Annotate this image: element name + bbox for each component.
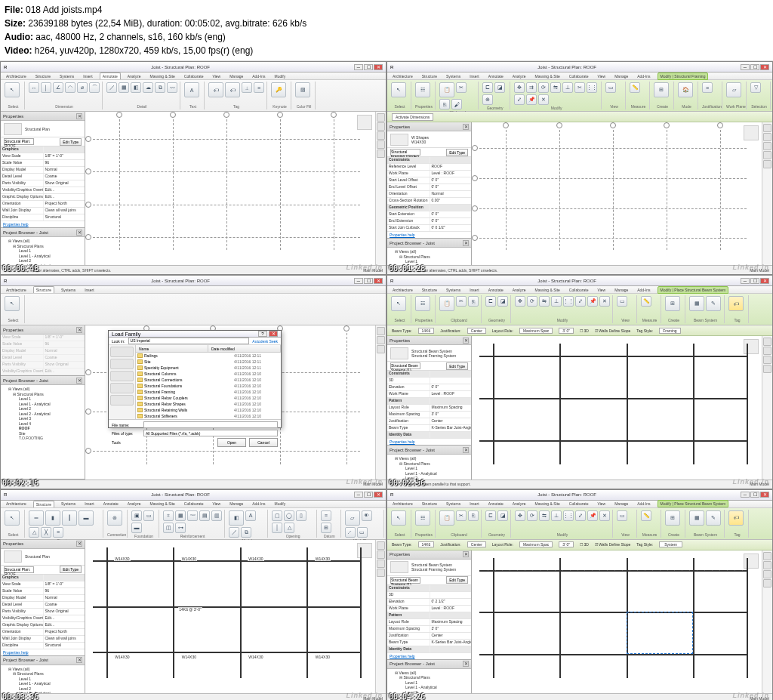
beam-annot-icon[interactable]: ⟂ — [242, 82, 252, 93]
folder-row[interactable]: Structural Connections4/11/2016 12:10 — [136, 377, 281, 383]
activate-dimensions-button[interactable]: Activate Dimensions — [392, 113, 433, 121]
close-button[interactable]: ✕ — [374, 64, 383, 70]
drawing-canvas[interactable]: Load Family?✕ Look in: US Imperial Autod… — [85, 325, 375, 479]
prop-value[interactable]: Coarse — [43, 174, 85, 180]
folder-row[interactable]: Structural Foundations4/11/2016 12:10 — [136, 383, 281, 389]
folder-row[interactable]: Structural Columns4/11/2016 12:10 — [136, 371, 281, 377]
prop-value[interactable]: Level : ROOF — [430, 391, 472, 397]
places-bar[interactable] — [109, 345, 136, 419]
ref-plane-icon[interactable]: ⟋ — [345, 527, 356, 538]
paste-icon[interactable]: 📋 — [439, 82, 454, 97]
angular-icon[interactable]: ∠ — [53, 82, 63, 93]
prop-value[interactable]: Edit... — [43, 622, 85, 628]
prop-value[interactable]: Normal — [43, 595, 85, 601]
prop-value[interactable]: Normal — [43, 167, 85, 173]
tab-massing[interactable]: Massing & Site — [148, 73, 177, 79]
isolated-icon[interactable]: ▣ — [131, 510, 142, 521]
prop-value[interactable]: 1/8" = 1'-0" — [43, 581, 85, 587]
properties-icon[interactable]: ☷ — [415, 82, 430, 97]
level-icon[interactable]: ≡ — [321, 510, 331, 521]
prop-value[interactable] — [430, 378, 472, 384]
tab-systems[interactable]: Systems — [57, 73, 76, 79]
beam-system-icon[interactable]: ≡ — [53, 527, 63, 538]
truss-icon[interactable]: △ — [29, 527, 39, 538]
tab-insert[interactable]: Insert — [81, 73, 95, 79]
drawing-canvas[interactable] — [472, 550, 762, 693]
close-panel-icon[interactable]: ✕ — [76, 230, 82, 236]
rotate-icon[interactable]: ⟳ — [538, 82, 549, 93]
prop-value[interactable]: Show Original — [43, 609, 85, 615]
delete-icon[interactable]: ✕ — [538, 94, 549, 105]
prop-value[interactable]: Coarse — [43, 602, 85, 608]
move-icon[interactable]: ✥ — [514, 82, 525, 93]
tab-architecture[interactable]: Architecture — [4, 73, 29, 79]
prop-value[interactable]: Normal — [43, 348, 85, 354]
filter-icon[interactable]: ▽ — [750, 82, 761, 93]
column-icon[interactable]: ┃ — [62, 510, 77, 526]
text-icon[interactable]: A — [184, 82, 199, 97]
connection-icon[interactable]: ⊛ — [107, 510, 122, 526]
shaft-icon[interactable]: ◯ — [284, 510, 294, 521]
beam-type-dropdown[interactable]: 14K6 — [418, 328, 435, 334]
diameter-icon[interactable]: ⌀ — [77, 82, 88, 93]
prop-value[interactable]: 0' 0" — [430, 384, 472, 390]
folder-row[interactable]: Structural Rebar Couplers4/11/2016 12:10 — [136, 395, 281, 401]
file-list[interactable]: NameDate modified Railings4/11/2016 12:1… — [136, 345, 281, 419]
prop-value[interactable]: Center — [430, 418, 472, 424]
tab-structure[interactable]: Structure — [33, 73, 53, 79]
region-icon[interactable]: ▦ — [119, 82, 129, 93]
prop-value[interactable]: ROOF — [430, 164, 472, 170]
radial-icon[interactable]: ◠ — [65, 82, 75, 93]
folder-row[interactable]: Structural Rebar Shapes4/11/2016 12:10 — [136, 401, 281, 407]
model-group-icon[interactable]: ⧉ — [241, 527, 251, 538]
fabric-sheet-icon[interactable]: ▥ — [211, 510, 222, 521]
copy2-icon[interactable]: ⇉ — [526, 82, 537, 93]
lookin-dropdown[interactable]: US Imperial — [128, 338, 250, 344]
tree-node[interactable]: T.O.FOOTING — [2, 436, 83, 441]
component-icon[interactable]: ◧ — [229, 510, 244, 526]
fabric-area-icon[interactable]: ▤ — [199, 510, 210, 521]
folder-row[interactable]: Specialty Equipment4/11/2016 12:11 — [136, 365, 281, 371]
automatic-beam-system-icon[interactable]: ▦ — [689, 296, 704, 311]
aligned-icon[interactable]: ↔ — [29, 82, 39, 93]
prop-value[interactable]: 0.00° — [430, 198, 472, 204]
beam-icon[interactable]: ═ — [29, 510, 44, 526]
prop-value[interactable]: Normal — [430, 191, 472, 197]
scale-icon[interactable]: ⤢ — [514, 94, 525, 105]
justification-dropdown[interactable]: Center — [467, 328, 486, 334]
prop-value[interactable]: Project North — [43, 629, 85, 635]
viewer-icon[interactable]: ▭ — [357, 527, 368, 538]
prop-value[interactable]: Structural — [43, 214, 85, 220]
wall-icon[interactable]: ▮ — [45, 510, 60, 526]
drawing-canvas[interactable]: W14X30W14X30W14X30W14X30W14X30W14X30W14X… — [85, 540, 375, 693]
cut-geom-icon[interactable]: ◪ — [494, 82, 505, 93]
brace-icon[interactable]: ╳ — [41, 527, 51, 538]
trim-icon[interactable]: ⊥ — [562, 82, 573, 93]
prop-value[interactable]: Level : ROOF — [430, 171, 472, 177]
drawing-canvas[interactable] — [472, 336, 762, 479]
context-tab[interactable]: Modify | Structural Framing — [658, 72, 709, 80]
linear-icon[interactable]: │ — [41, 82, 51, 93]
prop-value[interactable]: 0' 0" — [430, 211, 472, 217]
color-fill-icon[interactable]: ▨ — [295, 82, 310, 97]
minimize-button[interactable]: ─ — [354, 64, 363, 70]
prop-value[interactable]: 0' 0" — [430, 177, 472, 183]
wall-found-icon[interactable]: ▭ — [143, 510, 154, 521]
create-icon[interactable]: ⊞ — [654, 82, 669, 97]
prop-value[interactable]: Clean all wall joins — [43, 636, 85, 642]
tab-collaborate[interactable]: Collaborate — [182, 73, 206, 79]
prop-value[interactable]: 0' 2 1/2" — [430, 599, 472, 605]
mirror-icon[interactable]: ⇋ — [550, 82, 561, 93]
menubar[interactable]: Architecture Structure Systems Insert An… — [1, 72, 386, 80]
prop-value[interactable]: Coarse — [43, 355, 85, 361]
prop-value[interactable]: Maximum Spacing — [430, 405, 472, 411]
modify-icon[interactable]: ↖ — [5, 510, 20, 526]
tab-modify[interactable]: Modify — [273, 73, 288, 79]
folder-row[interactable]: Railings4/11/2016 12:11 — [136, 353, 281, 359]
keynote-icon[interactable]: 🔑 — [271, 82, 286, 97]
tag-style-dropdown[interactable]: Framing — [659, 328, 680, 334]
filename-input[interactable] — [143, 421, 278, 428]
wall-opening-icon[interactable]: ▯ — [296, 510, 306, 521]
folder-row[interactable]: Structural Stiffeners4/11/2016 12:10 — [136, 413, 281, 419]
prop-value[interactable]: Show Original — [43, 180, 85, 187]
